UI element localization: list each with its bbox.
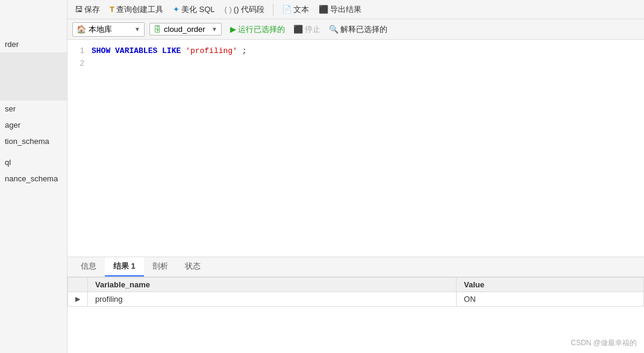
cell-value: ON	[457, 292, 644, 307]
editor-area[interactable]: 1 SHOW VARIABLES LIKE 'profiling' ; 2	[67, 40, 644, 257]
text-button[interactable]: 📄 文本	[280, 3, 311, 16]
cloud-order-icon: 🗄	[154, 25, 161, 34]
sidebar-item-ser[interactable]: ser	[0, 101, 67, 117]
editor-lines: 1 SHOW VARIABLES LIKE 'profiling' ; 2	[67, 40, 644, 74]
code-segment-icon: ( )	[225, 5, 232, 14]
line-number-2: 2	[67, 57, 92, 69]
local-db-label: 本地库	[89, 24, 112, 35]
export-label: 导出结果	[330, 4, 361, 15]
explain-button[interactable]: 🔍 解释已选择的	[325, 23, 391, 36]
results-tabs: 信息 结果 1 剖析 状态	[67, 257, 644, 277]
stop-button[interactable]: ⬛ 停止	[293, 24, 320, 35]
save-label: 保存	[84, 4, 100, 15]
toolbar-separator	[273, 4, 274, 16]
db-selector-row: 🏠 本地库 ▼ 🗄 cloud_order ▼ ▶ 运行已选择的 ⬛ 停止 🔍 …	[67, 19, 644, 40]
cloud-order-label: cloud_order	[164, 25, 205, 34]
text-icon: 📄	[282, 5, 292, 14]
tab-info[interactable]: 信息	[72, 257, 105, 276]
results-panel: 信息 结果 1 剖析 状态 Variable_name Value ▶ prof…	[67, 257, 644, 353]
sidebar: rder ser ager tion_schema ql nance_schem…	[0, 0, 67, 353]
watermark: CSDN @做最幸福的	[571, 338, 637, 348]
run-icon: ▶	[230, 25, 236, 34]
run-button[interactable]: ▶ 运行已选择的	[227, 23, 289, 36]
sidebar-item-ql[interactable]: ql	[0, 154, 67, 170]
line-number-1: 1	[67, 45, 92, 57]
data-table: Variable_name Value ▶ profiling ON	[67, 277, 644, 307]
col-arrow-header	[68, 278, 88, 292]
code-segment-label: () 代码段	[234, 4, 264, 15]
run-label: 运行已选择的	[238, 24, 285, 35]
row-arrow: ▶	[68, 292, 88, 307]
save-icon: 🖫	[75, 5, 83, 14]
sidebar-item-order[interactable]: rder	[0, 36, 67, 52]
explain-label: 解释已选择的	[340, 24, 387, 35]
main-content: 🖫 保存 T 查询创建工具 ✦ 美化 SQL ( ) () 代码段 📄 文本 ⬛…	[67, 0, 644, 353]
editor-line-1: 1 SHOW VARIABLES LIKE 'profiling' ;	[67, 45, 644, 57]
text-label: 文本	[293, 4, 309, 15]
sidebar-item-nance-schema[interactable]: nance_schema	[0, 170, 67, 187]
explain-icon: 🔍	[329, 25, 339, 34]
beautify-button[interactable]: ✦ 美化 SQL	[170, 3, 217, 16]
line-content-1: SHOW VARIABLES LIKE 'profiling' ;	[92, 45, 247, 57]
save-button[interactable]: 🖫 保存	[72, 3, 102, 16]
sidebar-item-tion-schema[interactable]: tion_schema	[0, 133, 67, 149]
cell-variable-name: profiling	[88, 292, 457, 307]
query-tool-label: 查询创建工具	[116, 4, 163, 15]
local-db-selector[interactable]: 🏠 本地库 ▼	[72, 22, 145, 37]
semicolon: ;	[242, 46, 247, 55]
code-segment-button[interactable]: ( ) () 代码段	[222, 3, 267, 16]
tab-result1[interactable]: 结果 1	[105, 257, 144, 276]
stop-icon: ⬛	[293, 25, 303, 34]
col-variable-name-header: Variable_name	[88, 278, 457, 292]
editor-line-2: 2	[67, 57, 644, 69]
keyword-show: SHOW	[92, 46, 110, 55]
toolbar: 🖫 保存 T 查询创建工具 ✦ 美化 SQL ( ) () 代码段 📄 文本 ⬛…	[67, 0, 644, 19]
string-profiling: 'profiling'	[186, 46, 237, 55]
result-table: Variable_name Value ▶ profiling ON CSDN …	[67, 277, 644, 353]
local-db-icon: 🏠	[77, 25, 86, 34]
cloud-order-selector[interactable]: 🗄 cloud_order ▼	[149, 23, 222, 36]
export-button[interactable]: ⬛ 导出结果	[316, 3, 364, 16]
stop-label: 停止	[305, 24, 320, 35]
export-icon: ⬛	[319, 5, 328, 14]
tab-profiling[interactable]: 剖析	[144, 257, 177, 276]
beautify-label: 美化 SQL	[181, 4, 215, 15]
local-db-chevron-icon: ▼	[134, 26, 140, 33]
query-tool-icon: T	[110, 5, 114, 14]
tab-status[interactable]: 状态	[177, 257, 209, 276]
query-tool-button[interactable]: T 查询创建工具	[107, 3, 166, 16]
table-row: ▶ profiling ON	[68, 292, 644, 307]
keyword-like: LIKE	[162, 46, 181, 55]
beautify-icon: ✦	[173, 5, 180, 14]
col-value-header: Value	[457, 278, 644, 292]
keyword-variables: VARIABLES	[115, 46, 157, 55]
sidebar-item-ager[interactable]: ager	[0, 117, 67, 133]
cloud-order-chevron-icon: ▼	[211, 26, 217, 33]
